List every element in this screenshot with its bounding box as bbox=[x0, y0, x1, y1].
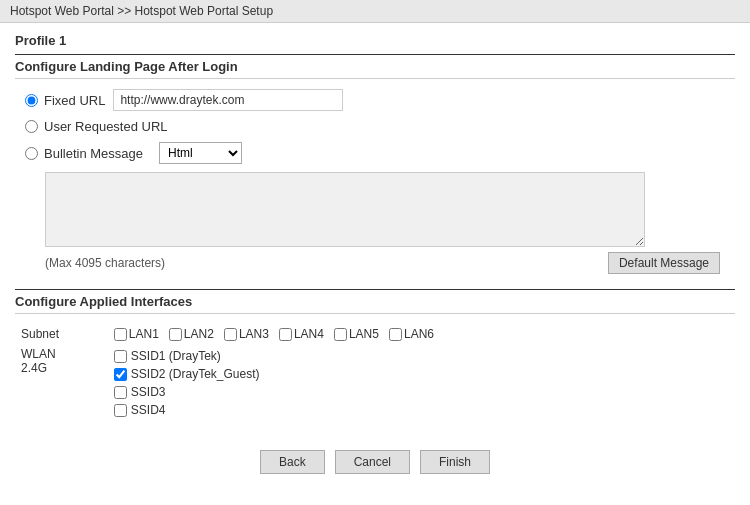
lan2-checkbox[interactable] bbox=[169, 328, 182, 341]
breadcrumb-parent[interactable]: Hotspot Web Portal bbox=[10, 4, 114, 18]
footer-buttons: Back Cancel Finish bbox=[15, 450, 735, 494]
wlan-label: WLAN bbox=[21, 347, 56, 361]
ssid2-label: SSID2 (DrayTek_Guest) bbox=[131, 367, 260, 381]
configure-landing-section: Configure Landing Page After Login Fixed… bbox=[15, 54, 735, 274]
user-requested-url-row: User Requested URL bbox=[15, 119, 735, 134]
lan1-label: LAN1 bbox=[129, 327, 159, 341]
bulletin-message-row: Bulletin Message Html Plain Text bbox=[15, 142, 735, 164]
fixed-url-radio[interactable] bbox=[25, 94, 38, 107]
lan4-checkbox[interactable] bbox=[279, 328, 292, 341]
lan2-item: LAN2 bbox=[169, 327, 214, 341]
subnet-row: Subnet LAN1 LAN2 LAN3 bbox=[15, 324, 735, 344]
subnet-checkboxes-cell: LAN1 LAN2 LAN3 LAN4 bbox=[108, 324, 735, 344]
lan3-item: LAN3 bbox=[224, 327, 269, 341]
back-button[interactable]: Back bbox=[260, 450, 325, 474]
subnet-label: Subnet bbox=[15, 324, 108, 344]
fixed-url-row: Fixed URL bbox=[15, 89, 735, 111]
lan1-checkbox[interactable] bbox=[114, 328, 127, 341]
lan3-label: LAN3 bbox=[239, 327, 269, 341]
user-requested-url-label: User Requested URL bbox=[44, 119, 168, 134]
lan3-checkbox[interactable] bbox=[224, 328, 237, 341]
breadcrumb-current: Hotspot Web Portal Setup bbox=[135, 4, 274, 18]
fixed-url-input[interactable] bbox=[113, 89, 343, 111]
lan6-label: LAN6 bbox=[404, 327, 434, 341]
ssid4-checkbox[interactable] bbox=[114, 404, 127, 417]
breadcrumb-separator: >> bbox=[117, 4, 134, 18]
fixed-url-label: Fixed URL bbox=[44, 93, 105, 108]
bulletin-textarea[interactable] bbox=[45, 172, 645, 247]
lan2-label: LAN2 bbox=[184, 327, 214, 341]
wlan-label-cell: WLAN 2.4G bbox=[15, 344, 108, 420]
lan4-label: LAN4 bbox=[294, 327, 324, 341]
ssid-list: SSID1 (DrayTek) SSID2 (DrayTek_Guest) SS… bbox=[114, 347, 729, 417]
wlan-row: WLAN 2.4G SSID1 (DrayTek) SSID2 (DrayTek… bbox=[15, 344, 735, 420]
lan5-label: LAN5 bbox=[349, 327, 379, 341]
lan5-checkbox[interactable] bbox=[334, 328, 347, 341]
finish-button[interactable]: Finish bbox=[420, 450, 490, 474]
ssid3-checkbox[interactable] bbox=[114, 386, 127, 399]
lan6-checkbox[interactable] bbox=[389, 328, 402, 341]
section1-header: Configure Landing Page After Login bbox=[15, 54, 735, 79]
ssid2-checkbox[interactable] bbox=[114, 368, 127, 381]
profile-title: Profile 1 bbox=[15, 33, 735, 48]
cancel-button[interactable]: Cancel bbox=[335, 450, 410, 474]
ssid1-label: SSID1 (DrayTek) bbox=[131, 349, 221, 363]
interfaces-table: Subnet LAN1 LAN2 LAN3 bbox=[15, 324, 735, 420]
char-limit-label: (Max 4095 characters) bbox=[45, 256, 165, 270]
lan-checkboxes: LAN1 LAN2 LAN3 LAN4 bbox=[114, 327, 729, 341]
configure-interfaces-section: Configure Applied Interfaces Subnet LAN1… bbox=[15, 289, 735, 420]
ssid4-label: SSID4 bbox=[131, 403, 166, 417]
bulletin-format-select[interactable]: Html Plain Text bbox=[159, 142, 242, 164]
section2-header: Configure Applied Interfaces bbox=[15, 289, 735, 314]
lan6-item: LAN6 bbox=[389, 327, 434, 341]
wlan-band: 2.4G bbox=[21, 361, 47, 375]
bulletin-message-radio[interactable] bbox=[25, 147, 38, 160]
textarea-footer: (Max 4095 characters) Default Message bbox=[15, 252, 735, 274]
ssid3-label: SSID3 bbox=[131, 385, 166, 399]
ssid-list-cell: SSID1 (DrayTek) SSID2 (DrayTek_Guest) SS… bbox=[108, 344, 735, 420]
user-requested-url-radio[interactable] bbox=[25, 120, 38, 133]
ssid4-item: SSID4 bbox=[114, 403, 729, 417]
ssid3-item: SSID3 bbox=[114, 385, 729, 399]
lan1-item: LAN1 bbox=[114, 327, 159, 341]
bulletin-message-label: Bulletin Message bbox=[44, 146, 143, 161]
default-message-button[interactable]: Default Message bbox=[608, 252, 720, 274]
ssid1-item: SSID1 (DrayTek) bbox=[114, 349, 729, 363]
ssid2-item: SSID2 (DrayTek_Guest) bbox=[114, 367, 729, 381]
lan5-item: LAN5 bbox=[334, 327, 379, 341]
ssid1-checkbox[interactable] bbox=[114, 350, 127, 363]
breadcrumb: Hotspot Web Portal >> Hotspot Web Portal… bbox=[0, 0, 750, 23]
main-content: Profile 1 Configure Landing Page After L… bbox=[0, 23, 750, 504]
lan4-item: LAN4 bbox=[279, 327, 324, 341]
